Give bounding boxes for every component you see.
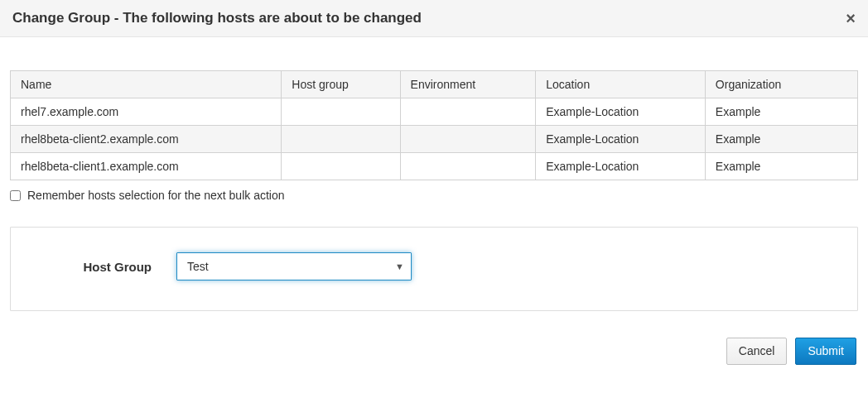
cell-name: rhel7.example.com: [11, 98, 282, 126]
form-panel: Host Group Test ▼: [10, 227, 858, 311]
cell-organization: Example: [705, 126, 857, 153]
col-location-header: Location: [536, 71, 706, 98]
remember-checkbox[interactable]: [10, 190, 21, 201]
cell-environment: [400, 153, 536, 180]
host-group-label: Host Group: [27, 260, 176, 274]
modal-header: Change Group - The following hosts are a…: [0, 0, 868, 37]
cell-location: Example-Location: [536, 153, 706, 180]
remember-label: Remember hosts selection for the next bu…: [27, 189, 285, 202]
col-name-header: Name: [11, 71, 282, 98]
cell-name: rhel8beta-client2.example.com: [11, 126, 282, 153]
col-environment-header: Environment: [400, 71, 536, 98]
cell-environment: [400, 126, 536, 153]
modal-title: Change Group - The following hosts are a…: [12, 10, 422, 26]
col-organization-header: Organization: [705, 71, 857, 98]
table-row: rhel7.example.com Example-Location Examp…: [11, 98, 858, 126]
table-row: rhel8beta-client2.example.com Example-Lo…: [11, 126, 858, 153]
modal-body: Name Host group Environment Location Org…: [0, 37, 868, 328]
cell-location: Example-Location: [536, 98, 706, 126]
table-header-row: Name Host group Environment Location Org…: [11, 71, 858, 98]
host-group-value: Test: [187, 260, 209, 273]
chevron-down-icon: ▼: [395, 261, 404, 271]
button-bar: Cancel Submit: [0, 328, 868, 376]
cell-organization: Example: [705, 153, 857, 180]
cell-hostgroup: [282, 126, 400, 153]
cell-environment: [400, 98, 536, 126]
close-icon: ×: [846, 9, 856, 27]
col-hostgroup-header: Host group: [282, 71, 400, 98]
close-button[interactable]: ×: [846, 10, 856, 26]
cell-location: Example-Location: [536, 126, 706, 153]
hosts-table: Name Host group Environment Location Org…: [10, 70, 858, 180]
cell-name: rhel8beta-client1.example.com: [11, 153, 282, 180]
submit-button[interactable]: Submit: [795, 338, 856, 365]
table-row: rhel8beta-client1.example.com Example-Lo…: [11, 153, 858, 180]
cell-hostgroup: [282, 98, 400, 126]
cell-organization: Example: [705, 98, 857, 126]
host-group-row: Host Group Test ▼: [27, 252, 841, 280]
cancel-button[interactable]: Cancel: [726, 338, 788, 365]
host-group-select[interactable]: Test ▼: [176, 252, 412, 280]
remember-row: Remember hosts selection for the next bu…: [10, 189, 858, 202]
cell-hostgroup: [282, 153, 400, 180]
